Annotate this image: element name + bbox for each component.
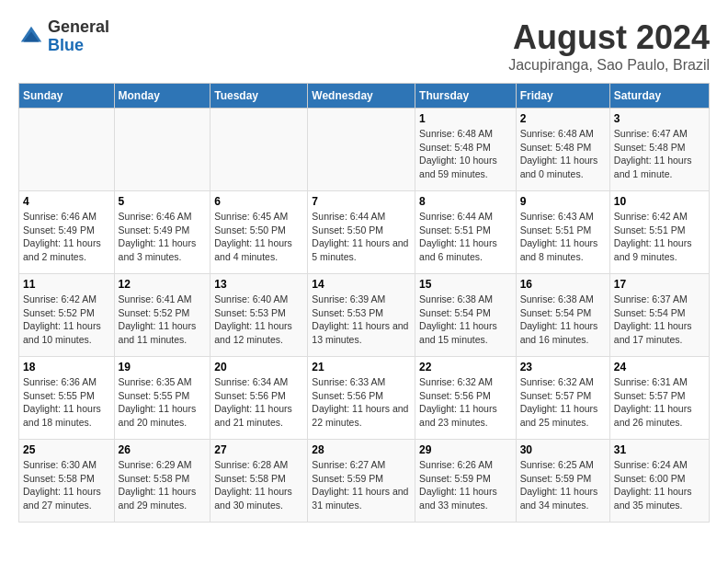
day-number: 13 xyxy=(214,278,303,291)
week-row: 4Sunrise: 6:46 AMSunset: 5:49 PMDaylight… xyxy=(19,191,710,274)
day-number: 17 xyxy=(614,278,705,291)
day-info: Sunrise: 6:40 AMSunset: 5:53 PMDaylight:… xyxy=(214,293,303,347)
day-info: Sunrise: 6:35 AMSunset: 5:55 PMDaylight:… xyxy=(119,375,207,430)
day-info: Sunrise: 6:45 AMSunset: 5:50 PMDaylight:… xyxy=(214,210,303,264)
calendar-cell: 5Sunrise: 6:46 AMSunset: 5:49 PMDaylight… xyxy=(114,191,210,274)
day-info: Sunrise: 6:25 AMSunset: 5:59 PMDaylight:… xyxy=(520,458,606,512)
day-info: Sunrise: 6:46 AMSunset: 5:49 PMDaylight:… xyxy=(119,210,207,264)
calendar-cell: 27Sunrise: 6:28 AMSunset: 5:58 PMDayligh… xyxy=(210,440,308,523)
day-number: 8 xyxy=(419,195,512,208)
calendar-cell: 12Sunrise: 6:41 AMSunset: 5:52 PMDayligh… xyxy=(114,274,210,357)
day-number: 24 xyxy=(614,361,705,373)
calendar-body: 1Sunrise: 6:48 AMSunset: 5:48 PMDaylight… xyxy=(19,109,710,523)
day-number: 28 xyxy=(312,443,411,456)
day-number: 23 xyxy=(520,361,606,373)
header-cell-sunday: Sunday xyxy=(19,84,115,109)
day-number: 5 xyxy=(119,195,207,208)
calendar-cell: 11Sunrise: 6:42 AMSunset: 5:52 PMDayligh… xyxy=(19,274,115,357)
calendar-cell: 30Sunrise: 6:25 AMSunset: 5:59 PMDayligh… xyxy=(516,440,609,523)
day-number: 21 xyxy=(312,361,411,373)
calendar-cell: 14Sunrise: 6:39 AMSunset: 5:53 PMDayligh… xyxy=(308,274,415,357)
day-info: Sunrise: 6:42 AMSunset: 5:52 PMDaylight:… xyxy=(23,293,110,347)
calendar-cell: 8Sunrise: 6:44 AMSunset: 5:51 PMDaylight… xyxy=(415,191,517,274)
day-number: 3 xyxy=(614,112,705,125)
header-cell-saturday: Saturday xyxy=(609,84,709,109)
calendar-header: SundayMondayTuesdayWednesdayThursdayFrid… xyxy=(19,84,710,109)
week-row: 25Sunrise: 6:30 AMSunset: 5:58 PMDayligh… xyxy=(19,440,710,523)
day-number: 19 xyxy=(119,361,207,373)
day-number: 31 xyxy=(614,443,705,456)
day-info: Sunrise: 6:44 AMSunset: 5:51 PMDaylight:… xyxy=(419,210,512,264)
day-info: Sunrise: 6:44 AMSunset: 5:50 PMDaylight:… xyxy=(312,210,411,264)
calendar-cell: 17Sunrise: 6:37 AMSunset: 5:54 PMDayligh… xyxy=(609,274,709,357)
week-row: 11Sunrise: 6:42 AMSunset: 5:52 PMDayligh… xyxy=(19,274,710,357)
day-number: 25 xyxy=(23,443,110,456)
day-number: 9 xyxy=(520,195,606,208)
calendar-cell: 29Sunrise: 6:26 AMSunset: 5:59 PMDayligh… xyxy=(415,440,517,523)
day-info: Sunrise: 6:36 AMSunset: 5:55 PMDaylight:… xyxy=(23,375,110,430)
calendar-cell: 6Sunrise: 6:45 AMSunset: 5:50 PMDaylight… xyxy=(210,191,308,274)
calendar-cell xyxy=(19,109,115,191)
calendar-cell: 7Sunrise: 6:44 AMSunset: 5:50 PMDaylight… xyxy=(308,191,415,274)
calendar-cell: 13Sunrise: 6:40 AMSunset: 5:53 PMDayligh… xyxy=(210,274,308,357)
day-info: Sunrise: 6:38 AMSunset: 5:54 PMDaylight:… xyxy=(520,293,606,347)
day-info: Sunrise: 6:47 AMSunset: 5:48 PMDaylight:… xyxy=(614,127,705,181)
calendar-cell: 21Sunrise: 6:33 AMSunset: 5:56 PMDayligh… xyxy=(308,357,415,440)
day-info: Sunrise: 6:33 AMSunset: 5:56 PMDaylight:… xyxy=(312,375,411,430)
title-area: August 2024 Jacupiranga, Sao Paulo, Braz… xyxy=(508,18,710,74)
day-info: Sunrise: 6:37 AMSunset: 5:54 PMDaylight:… xyxy=(614,293,705,347)
header-cell-tuesday: Tuesday xyxy=(210,84,308,109)
day-info: Sunrise: 6:38 AMSunset: 5:54 PMDaylight:… xyxy=(419,293,512,347)
calendar-cell: 28Sunrise: 6:27 AMSunset: 5:59 PMDayligh… xyxy=(308,440,415,523)
header-row: SundayMondayTuesdayWednesdayThursdayFrid… xyxy=(19,84,710,109)
calendar-cell xyxy=(308,109,415,191)
day-info: Sunrise: 6:26 AMSunset: 5:59 PMDaylight:… xyxy=(419,458,512,512)
calendar-cell: 26Sunrise: 6:29 AMSunset: 5:58 PMDayligh… xyxy=(114,440,210,523)
calendar-table: SundayMondayTuesdayWednesdayThursdayFrid… xyxy=(18,83,710,523)
day-info: Sunrise: 6:31 AMSunset: 5:57 PMDaylight:… xyxy=(614,375,705,430)
header-cell-monday: Monday xyxy=(114,84,210,109)
day-number: 4 xyxy=(23,195,110,208)
day-number: 2 xyxy=(520,112,606,125)
day-number: 29 xyxy=(419,443,512,456)
day-info: Sunrise: 6:27 AMSunset: 5:59 PMDaylight:… xyxy=(312,458,411,512)
calendar-cell xyxy=(210,109,308,191)
day-number: 15 xyxy=(419,278,512,291)
subtitle: Jacupiranga, Sao Paulo, Brazil xyxy=(508,57,710,74)
calendar-cell: 4Sunrise: 6:46 AMSunset: 5:49 PMDaylight… xyxy=(19,191,115,274)
calendar-cell: 15Sunrise: 6:38 AMSunset: 5:54 PMDayligh… xyxy=(415,274,517,357)
day-number: 18 xyxy=(23,361,110,373)
calendar-cell: 20Sunrise: 6:34 AMSunset: 5:56 PMDayligh… xyxy=(210,357,308,440)
day-number: 22 xyxy=(419,361,512,373)
week-row: 18Sunrise: 6:36 AMSunset: 5:55 PMDayligh… xyxy=(19,357,710,440)
week-row: 1Sunrise: 6:48 AMSunset: 5:48 PMDaylight… xyxy=(19,109,710,191)
day-info: Sunrise: 6:30 AMSunset: 5:58 PMDaylight:… xyxy=(23,458,110,512)
day-info: Sunrise: 6:34 AMSunset: 5:56 PMDaylight:… xyxy=(214,375,303,430)
day-number: 27 xyxy=(214,443,303,456)
day-info: Sunrise: 6:48 AMSunset: 5:48 PMDaylight:… xyxy=(520,127,606,181)
calendar-cell: 9Sunrise: 6:43 AMSunset: 5:51 PMDaylight… xyxy=(516,191,609,274)
calendar-cell xyxy=(114,109,210,191)
day-number: 11 xyxy=(23,278,110,291)
calendar-cell: 31Sunrise: 6:24 AMSunset: 6:00 PMDayligh… xyxy=(609,440,709,523)
day-info: Sunrise: 6:42 AMSunset: 5:51 PMDaylight:… xyxy=(614,210,705,264)
day-info: Sunrise: 6:32 AMSunset: 5:56 PMDaylight:… xyxy=(419,375,512,430)
day-info: Sunrise: 6:46 AMSunset: 5:49 PMDaylight:… xyxy=(23,210,110,264)
calendar-cell: 19Sunrise: 6:35 AMSunset: 5:55 PMDayligh… xyxy=(114,357,210,440)
header-cell-wednesday: Wednesday xyxy=(308,84,415,109)
calendar-cell: 22Sunrise: 6:32 AMSunset: 5:56 PMDayligh… xyxy=(415,357,517,440)
day-number: 20 xyxy=(214,361,303,373)
day-info: Sunrise: 6:48 AMSunset: 5:48 PMDaylight:… xyxy=(419,127,512,181)
header-cell-thursday: Thursday xyxy=(415,84,517,109)
day-number: 26 xyxy=(119,443,207,456)
logo-icon xyxy=(18,24,44,50)
day-info: Sunrise: 6:41 AMSunset: 5:52 PMDaylight:… xyxy=(119,293,207,347)
day-number: 6 xyxy=(214,195,303,208)
day-number: 16 xyxy=(520,278,606,291)
calendar-cell: 18Sunrise: 6:36 AMSunset: 5:55 PMDayligh… xyxy=(19,357,115,440)
logo-text: General Blue xyxy=(48,18,109,55)
day-info: Sunrise: 6:29 AMSunset: 5:58 PMDaylight:… xyxy=(119,458,207,512)
calendar-cell: 25Sunrise: 6:30 AMSunset: 5:58 PMDayligh… xyxy=(19,440,115,523)
calendar-cell: 23Sunrise: 6:32 AMSunset: 5:57 PMDayligh… xyxy=(516,357,609,440)
logo: General Blue xyxy=(18,18,109,55)
